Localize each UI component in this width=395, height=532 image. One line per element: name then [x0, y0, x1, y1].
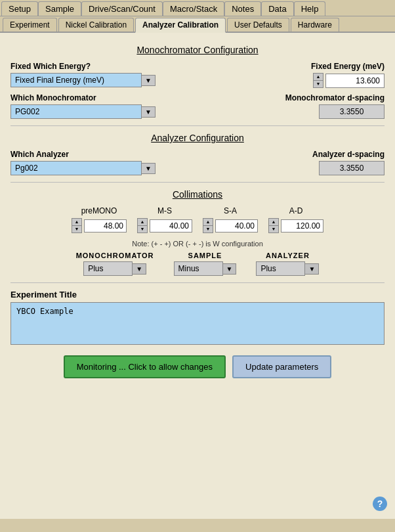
ad-spin-up[interactable]: ▲	[268, 218, 279, 225]
sa-input[interactable]	[215, 219, 258, 233]
fixed-energy-row: Fixed Which Energy? Fixed Final Energy (…	[10, 62, 385, 88]
bottom-bar: Monitoring ... Click to allow changes Up…	[10, 355, 385, 378]
fixed-energy-col: Fixed Energy (meV) ▲ ▼	[198, 62, 385, 88]
fixed-energy-spinner-wrapper: ▲ ▼	[313, 73, 385, 88]
sample-config-dropdown[interactable]: Minus Plus	[174, 261, 223, 276]
sample-config-dropdown-btn[interactable]: ▼	[223, 263, 237, 275]
sample-config-label: SAMPLE	[188, 252, 222, 259]
menu-sample[interactable]: Sample	[38, 1, 81, 16]
analyzer-dspacing-input	[319, 161, 385, 175]
mono-config-dropdown-wrap: Plus Minus ▼	[83, 261, 146, 276]
tab-user-defaults[interactable]: User Defaults	[227, 18, 289, 32]
analyzer-config-label: ANALYZER	[266, 252, 310, 259]
config-row: MONOCHROMATOR Plus Minus ▼ SAMPLE Minus …	[10, 252, 385, 276]
which-mono-dropdown[interactable]: PG002	[10, 104, 142, 119]
sa-input-wrap: ▲ ▼	[203, 218, 258, 233]
which-mono-label: Which Monochromator	[10, 93, 198, 102]
which-mono-dropdown-btn[interactable]: ▼	[142, 106, 156, 118]
which-mono-dropdown-wrapper: PG002 ▼	[10, 104, 198, 119]
sa-spin-up[interactable]: ▲	[203, 218, 213, 225]
analyzer-dspacing-label: Analyzer d-spacing	[312, 150, 385, 159]
menu-data[interactable]: Data	[261, 1, 293, 16]
tab-bar: Experiment Nickel Calibration Analyzer C…	[0, 16, 395, 33]
ad-spinner: ▲ ▼	[268, 218, 279, 233]
tab-nickel-cal[interactable]: Nickel Calibration	[58, 18, 134, 32]
mono-config-dropdown[interactable]: Plus Minus	[83, 261, 133, 276]
update-button[interactable]: Update parameters	[232, 355, 331, 378]
which-analyzer-label: Which Analyzer	[10, 150, 198, 159]
which-analyzer-dropdown-btn[interactable]: ▼	[142, 163, 156, 174]
ad-input[interactable]	[281, 219, 323, 233]
tab-hardware[interactable]: Hardware	[291, 18, 339, 32]
which-analyzer-dropdown-wrapper: Pg002 ▼	[10, 161, 198, 175]
fixed-which-energy-dropdown-btn[interactable]: ▼	[142, 75, 156, 86]
divider-3	[10, 282, 385, 283]
collimation-note: Note: (+ - +) OR (- + -) is W configurat…	[10, 240, 385, 248]
mono-dspacing-field: Monochromator d-spacing	[198, 93, 385, 119]
analyzer-row: Which Analyzer Pg002 ▼ Analyzer d-spacin…	[10, 150, 385, 175]
sa-spin-down[interactable]: ▼	[203, 225, 213, 233]
menu-bar: Setup Sample Drive/Scan/Count Macro/Stac…	[0, 0, 395, 16]
which-mono-col: Which Monochromator PG002 ▼	[10, 93, 198, 119]
mono-dspacing-row: Which Monochromator PG002 ▼ Monochromato…	[10, 93, 385, 119]
tab-analyzer-cal[interactable]: Analyzer Calibration	[135, 18, 226, 33]
analyzer-config-dropdown-btn[interactable]: ▼	[305, 263, 319, 275]
ad-col: A-D ▲ ▼	[268, 206, 323, 233]
tab-experiment[interactable]: Experiment	[3, 18, 57, 32]
ad-label: A-D	[289, 206, 303, 215]
premono-input-wrap: ▲ ▼	[72, 218, 127, 233]
fixed-energy-spinner: ▲ ▼	[313, 73, 323, 88]
analyzer-config-col: ANALYZER Plus Minus ▼	[256, 252, 319, 276]
which-analyzer-col: Which Analyzer Pg002 ▼	[10, 150, 198, 175]
ad-input-wrap: ▲ ▼	[268, 218, 323, 233]
ms-col: M-S ▲ ▼	[137, 206, 192, 233]
fixed-energy-input[interactable]	[325, 74, 385, 88]
ms-spin-up[interactable]: ▲	[137, 218, 148, 225]
sa-spinner: ▲ ▼	[203, 218, 213, 233]
collimations-section-title: Collimations	[10, 189, 385, 200]
exp-title-input[interactable]	[10, 302, 385, 345]
collimations-row: preMONO ▲ ▼ M-S ▲ ▼ S-A	[10, 206, 385, 233]
fixed-energy-spin-up[interactable]: ▲	[313, 73, 323, 80]
menu-macro-stack[interactable]: Macro/Stack	[163, 1, 224, 16]
fixed-which-energy-label: Fixed Which Energy?	[10, 62, 198, 71]
premono-label: preMONO	[81, 206, 117, 215]
divider-2	[10, 182, 385, 183]
fixed-energy-field: Fixed Energy (meV) ▲ ▼	[198, 62, 385, 88]
exp-title-label: Experiment Title	[10, 290, 385, 299]
premono-input[interactable]	[84, 219, 127, 233]
analyzer-config-dropdown[interactable]: Plus Minus	[256, 261, 305, 276]
analyzer-dspacing-col: Analyzer d-spacing	[198, 150, 385, 175]
which-analyzer-dropdown[interactable]: Pg002	[10, 161, 142, 175]
sa-label: S-A	[224, 206, 237, 215]
analyzer-section-title: Analyzer Configuration	[10, 133, 385, 143]
main-content: Monochromator Configuration Fixed Which …	[0, 33, 395, 519]
menu-help[interactable]: Help	[294, 1, 326, 16]
menu-drive-scan-count[interactable]: Drive/Scan/Count	[81, 1, 163, 16]
fixed-energy-label: Fixed Energy (meV)	[311, 62, 385, 71]
ad-spin-down[interactable]: ▼	[268, 225, 279, 233]
experiment-title-section: Experiment Title	[10, 290, 385, 345]
ms-spinner: ▲ ▼	[137, 218, 148, 233]
divider-1	[10, 125, 385, 126]
mono-config-dropdown-btn[interactable]: ▼	[133, 263, 146, 275]
ms-label: M-S	[157, 206, 172, 215]
mono-dspacing-col: Monochromator d-spacing	[198, 93, 385, 119]
monitoring-button[interactable]: Monitoring ... Click to allow changes	[64, 355, 226, 378]
fixed-which-energy-dropdown-wrapper: Fixed Final Energy (meV) Fixed Initial E…	[10, 73, 198, 87]
fixed-which-energy-dropdown[interactable]: Fixed Final Energy (meV) Fixed Initial E…	[10, 73, 142, 87]
help-icon[interactable]: ?	[373, 497, 387, 511]
fixed-energy-spin-down[interactable]: ▼	[313, 80, 323, 88]
mono-config-col: MONOCHROMATOR Plus Minus ▼	[76, 252, 154, 276]
ms-spin-down[interactable]: ▼	[137, 225, 148, 233]
menu-notes[interactable]: Notes	[224, 1, 261, 16]
mono-dspacing-label: Monochromator d-spacing	[285, 93, 385, 102]
fixed-which-energy-col: Fixed Which Energy? Fixed Final Energy (…	[10, 62, 198, 87]
menu-setup[interactable]: Setup	[1, 1, 38, 16]
premono-spin-up[interactable]: ▲	[72, 218, 82, 225]
mono-config-label: MONOCHROMATOR	[76, 252, 154, 259]
premono-spin-down[interactable]: ▼	[72, 225, 82, 233]
premono-spinner: ▲ ▼	[72, 218, 82, 233]
ms-input[interactable]	[150, 219, 192, 233]
ms-input-wrap: ▲ ▼	[137, 218, 192, 233]
